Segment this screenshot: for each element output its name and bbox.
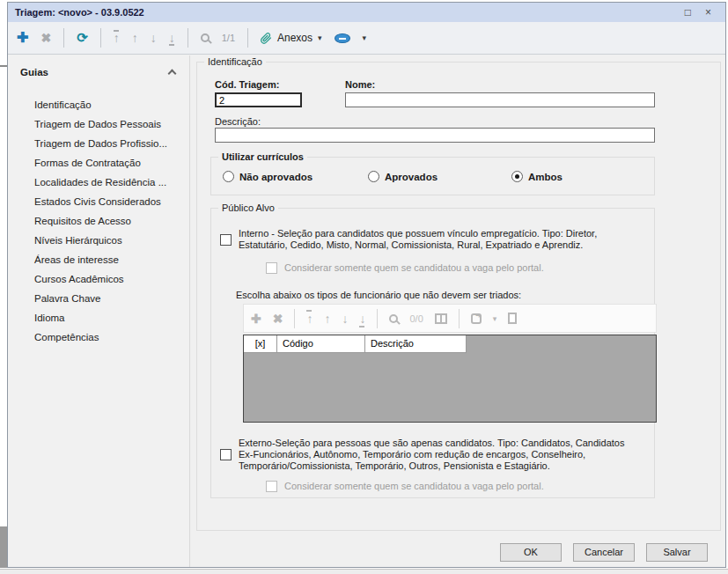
radio-icon-selected[interactable]	[511, 171, 523, 182]
externo-checkbox-row[interactable]: Externo-Seleção para pessoas que são ape…	[220, 438, 651, 472]
save-button[interactable]: Salvar	[646, 543, 708, 562]
interno-checkbox-row[interactable]: Interno - Seleção para candidatos que po…	[220, 228, 643, 251]
background-bottom-band	[0, 569, 728, 574]
grid-caption: Escolha abaixo os tipos de funcionário q…	[236, 290, 521, 300]
close-icon[interactable]: ×	[698, 4, 718, 21]
nome-input[interactable]	[345, 92, 655, 107]
toolbar-separator	[294, 309, 295, 328]
toolbar-separator	[100, 28, 101, 48]
grid-header-codigo[interactable]: Código	[277, 335, 365, 353]
grid-up-icon: ↑	[324, 312, 330, 326]
sidebar-item-niveis-hierarquicos[interactable]: Níveis Hierárquicos	[8, 231, 189, 250]
background-window-strip	[0, 526, 7, 568]
next-record-icon: ↓	[151, 32, 157, 44]
main-toolbar: ✚ ✖ ⟳ ↑ ↑ ↓ ↓ 1/1 Anexos ▾ ▾	[8, 22, 725, 55]
anexos-dropdown-icon[interactable]: ▾	[318, 33, 322, 42]
identificacao-group-label: Identificação	[204, 56, 266, 67]
sidebar-item-idioma[interactable]: Idioma	[8, 308, 189, 327]
footer-buttons: OK Cancelar Salvar	[500, 543, 708, 562]
radio-icon[interactable]	[223, 171, 234, 182]
grid-first-icon: ↑	[306, 312, 313, 326]
paperclip-icon	[261, 32, 272, 45]
grid-export-icon	[471, 313, 482, 324]
previous-record-icon: ↑	[132, 32, 138, 44]
sidebar-item-areas-interesse[interactable]: Áreas de interesse	[8, 250, 189, 269]
sidebar-item-localidades-residencia[interactable]: Localidades de Residência ...	[8, 173, 189, 192]
sidebar-item-requisitos-acesso[interactable]: Requisitos de Acesso	[8, 211, 189, 231]
print-dropdown-icon[interactable]: ▾	[363, 33, 367, 42]
cancel-button[interactable]: Cancelar	[573, 543, 635, 562]
toolbar-separator	[63, 28, 64, 48]
collapse-chevron-icon[interactable]	[168, 70, 177, 78]
ok-button[interactable]: OK	[500, 543, 562, 562]
maximize-icon[interactable]: □	[678, 4, 698, 21]
grid-export-dropdown-icon: ▾	[493, 314, 497, 323]
anexos-label: Anexos	[277, 32, 313, 44]
sidebar-item-triagem-dados-pessoais[interactable]: Triagem de Dados Pessoais	[8, 114, 189, 134]
radio-icon[interactable]	[368, 171, 379, 182]
grid-last-icon: ↓	[359, 312, 365, 326]
externo-checkbox-label: Externo-Seleção para pessoas que são ape…	[239, 438, 639, 472]
grid-toolbar: ✚ ✖ ↑ ↑ ↓ ↓ 0/0 ▾	[243, 304, 657, 333]
anexos-button[interactable]: Anexos ▾	[261, 32, 322, 45]
triagem-dialog: Triagem: <novo> - 03.9.0522 □ × ✚ ✖ ⟳ ↑ …	[7, 2, 726, 568]
cod-triagem-input[interactable]	[215, 92, 302, 107]
grid-search-icon	[389, 314, 398, 323]
dialog-body: Guias Identificação Triagem de Dados Pes…	[8, 55, 725, 567]
refresh-icon[interactable]: ⟳	[77, 32, 88, 44]
interno-portal-label: Considerar somente quem se candidatou a …	[284, 261, 544, 275]
grid-add-icon: ✚	[251, 312, 261, 326]
sidebar-header[interactable]: Guias	[8, 67, 189, 77]
title-bar[interactable]: Triagem: <novo> - 03.9.0522 □ ×	[8, 3, 725, 22]
interno-portal-checkbox	[266, 262, 277, 274]
externo-portal-checkbox-row[interactable]: Considerar somente quem se candidatou a …	[266, 480, 544, 493]
interno-checkbox-label: Interno - Seleção para candidatos que po…	[239, 228, 636, 251]
add-icon[interactable]: ✚	[17, 32, 28, 44]
grid-columns-icon	[435, 313, 447, 324]
delete-icon: ✖	[40, 32, 51, 44]
radio-nao-aprovados[interactable]: Não aprovados	[223, 171, 313, 182]
sidebar-item-identificacao[interactable]: Identificação	[8, 95, 189, 114]
grid-record-counter: 0/0	[409, 313, 423, 324]
publico-alvo-groupbox: Público Alvo Interno - Seleção para cand…	[210, 208, 655, 498]
externo-portal-label: Considerar somente quem se candidatou a …	[284, 480, 544, 493]
toolbar-separator	[188, 28, 188, 48]
record-counter: 1/1	[222, 33, 235, 43]
print-icon[interactable]	[335, 33, 350, 43]
radio-nao-aprovados-label: Não aprovados	[239, 172, 313, 182]
identificacao-groupbox: Identificação Cód. Triagem: Nome: Descri…	[196, 62, 721, 531]
sidebar-item-formas-contratacao[interactable]: Formas de Contratação	[8, 153, 189, 173]
descricao-input[interactable]	[215, 128, 655, 143]
radio-ambos[interactable]: Ambos	[511, 171, 563, 182]
radio-ambos-label: Ambos	[528, 172, 563, 182]
grid-header-check[interactable]: [x]	[244, 335, 277, 353]
last-record-icon: ↓	[169, 32, 175, 44]
interno-portal-checkbox-row[interactable]: Considerar somente quem se candidatou a …	[266, 261, 544, 275]
window-title: Triagem: <novo> - 03.9.0522	[15, 7, 678, 18]
radio-aprovados[interactable]: Aprovados	[368, 171, 438, 182]
sidebar-item-cursos-academicos[interactable]: Cursos Acadêmicos	[8, 269, 189, 289]
sidebar-item-palavra-chave[interactable]: Palavra Chave	[8, 289, 189, 308]
grid-header-row: [x] Código Descrição	[244, 335, 656, 353]
toolbar-separator	[247, 28, 248, 48]
identificacao-panel: Identificação Cód. Triagem: Nome: Descri…	[190, 55, 725, 567]
toolbar-separator	[377, 309, 378, 328]
sidebar-item-estados-civis[interactable]: Estados Civis Considerados	[8, 192, 189, 211]
funcionario-grid[interactable]: [x] Código Descrição	[243, 335, 657, 423]
toolbar-separator	[459, 309, 460, 328]
cod-triagem-label: Cód. Triagem:	[215, 79, 279, 90]
grid-delete-icon: ✖	[273, 312, 283, 326]
utilizar-curriculos-groupbox: Utilizar currículos Não aprovados Aprova…	[210, 157, 655, 195]
sidebar-item-triagem-dados-profissionais[interactable]: Triagem de Dados Profissio...	[8, 134, 189, 153]
grid-down-icon: ↓	[342, 312, 348, 326]
sidebar-item-list: Identificação Triagem de Dados Pessoais …	[8, 95, 189, 347]
interno-checkbox[interactable]	[220, 234, 232, 246]
radio-aprovados-label: Aprovados	[385, 172, 438, 182]
sidebar-item-competencias[interactable]: Competências	[8, 327, 189, 347]
sidebar-title: Guias	[20, 67, 48, 77]
descricao-label: Descrição:	[215, 116, 261, 127]
nome-label: Nome:	[345, 79, 375, 90]
grid-header-descricao[interactable]: Descrição	[365, 335, 467, 353]
externo-checkbox[interactable]	[220, 449, 232, 460]
grid-file-icon	[508, 313, 517, 324]
